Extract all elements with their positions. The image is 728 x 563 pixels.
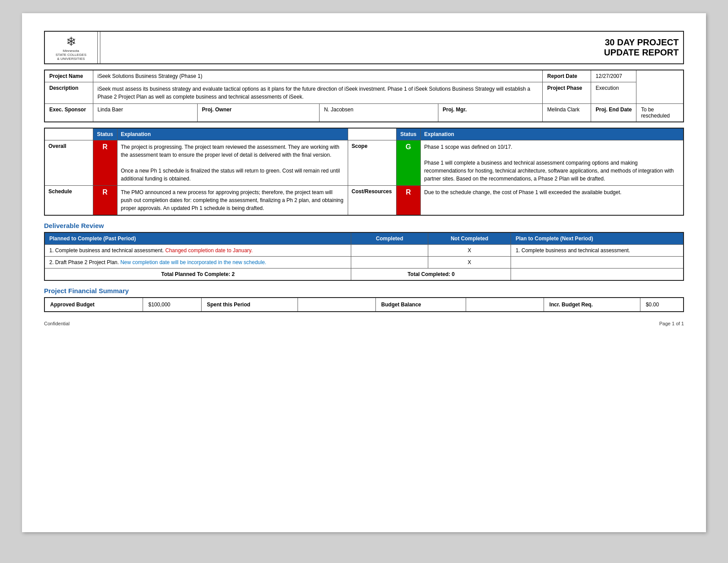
overall-explanation: The project is progressing. The project … [117,140,348,186]
spent-value [298,298,375,312]
logo-text-line2: STATE COLLEGES [49,53,93,57]
scope-status: G [396,140,420,186]
description-label: Description [44,82,93,104]
del-col-completed: Completed [351,232,428,245]
schedule-status: R [93,186,117,216]
footer-confidential: Confidential [44,321,70,326]
del-footer-right [511,269,684,281]
explanation-col1-header: Explanation [117,128,348,140]
cost-explanation: Due to the schedule change, the cost of … [420,186,684,216]
explanation-col2-header: Explanation [420,128,684,140]
scope-label: Scope [348,140,396,186]
project-phase-value: Execution [591,82,636,104]
proj-mgr-value: Melinda Clark [543,104,591,122]
del-item-1-not-completed: X [428,245,511,257]
snowflake-icon: ❄ [49,34,93,49]
status-col2-header: Status [396,128,420,140]
proj-end-date-value: To be rescheduled [636,104,684,122]
del-item-1-next: 1. Complete business and technical asses… [511,245,684,257]
proj-owner-label: Proj. Owner [197,104,319,122]
deliverable-table: Planned to Complete (Past Period) Comple… [44,232,684,281]
del-footer-left: Total Planned To Complete: 2 [44,269,351,281]
financial-table: Approved Budget $100,000 Spent this Peri… [44,297,684,312]
deliverable-section-title: Deliverable Review [44,222,684,229]
del-item-2-text: 2. Draft Phase 2 Project Plan. New compl… [44,257,351,269]
schedule-label: Schedule [44,186,93,216]
report-date-label: Report Date [543,70,591,82]
del-item-2-next [511,257,684,269]
del-col-planned: Planned to Complete (Past Period) [44,232,351,245]
budget-balance-label: Budget Balance [376,298,466,312]
report-title-line2: UPDATE REPORT [105,48,679,58]
overall-label: Overall [44,140,93,186]
del-item-1-text: 1. Complete business and technical asses… [44,245,351,257]
exec-sponsor-value: Linda Baer [93,104,197,122]
status-row-2: Schedule R The PMO announced a new proce… [44,186,684,216]
project-info-table: Project Name iSeek Solutions Business St… [44,70,684,122]
description-value: iSeek must assess its business strategy … [93,82,543,104]
status-empty-left [44,128,93,140]
project-name-value: iSeek Solutions Business Strategy (Phase… [93,70,543,82]
incr-budget-value: $0.00 [640,298,684,312]
report-page: ❄ Minnesota STATE COLLEGES & UNIVERSITIE… [22,13,706,532]
schedule-explanation: The PMO announced a new process for appr… [117,186,348,216]
logo-cell: ❄ Minnesota STATE COLLEGES & UNIVERSITIE… [44,31,97,64]
status-row-1: Overall R The project is progressing. Th… [44,140,684,186]
overall-status: R [93,140,117,186]
del-footer-center: Total Completed: 0 [351,269,511,281]
proj-mgr-label: Proj. Mgr. [438,104,543,122]
report-title-cell: 30 DAY PROJECT UPDATE REPORT [100,31,684,64]
financial-section-title: Project Financial Summary [44,287,684,294]
report-date-value: 12/27/2007 [591,70,636,82]
project-phase-label: Project Phase [543,82,591,104]
proj-end-date-label: Proj. End Date [591,104,636,122]
del-item-2-changed: New completion date will be incorporated… [120,259,266,265]
proj-owner-value: N. Jacobsen [320,104,438,122]
project-name-label: Project Name [44,70,93,82]
status-table: Status Explanation Status Explanation Ov… [44,128,684,216]
logo-text-line1: Minnesota [49,49,93,53]
incr-budget-label: Incr. Budget Req. [544,298,640,312]
status-empty-right-label [348,128,396,140]
del-item-2-not-completed: X [428,257,511,269]
spacer-cell [97,31,100,64]
del-col-next: Plan to Complete (Next Period) [511,232,684,245]
deliverable-footer-row: Total Planned To Complete: 2 Total Compl… [44,269,684,281]
logo-text-line3: & UNIVERSITIES [49,57,93,61]
cost-status: R [396,186,420,216]
approved-budget-label: Approved Budget [44,298,143,312]
footer-page: Page 1 of 1 [659,321,684,326]
scope-explanation: Phase 1 scope was defined on 10/17.Phase… [420,140,684,186]
approved-budget-value: $100,000 [143,298,201,312]
exec-sponsor-label: Exec. Sponsor [44,104,93,122]
deliverable-row-1: 1. Complete business and technical asses… [44,245,684,257]
spent-label: Spent this Period [201,298,298,312]
del-item-2-completed [351,257,428,269]
budget-balance-value [466,298,544,312]
cost-label: Cost/Resources [348,186,396,216]
del-item-1-completed [351,245,428,257]
header-table: ❄ Minnesota STATE COLLEGES & UNIVERSITIE… [44,31,684,64]
del-col-not-completed: Not Completed [428,232,511,245]
deliverable-row-2: 2. Draft Phase 2 Project Plan. New compl… [44,257,684,269]
page-footer: Confidential Page 1 of 1 [44,321,684,326]
report-title-line1: 30 DAY PROJECT [105,37,679,48]
del-item-1-changed: Changed completion date to January. [165,247,253,254]
status-col1-header: Status [93,128,117,140]
